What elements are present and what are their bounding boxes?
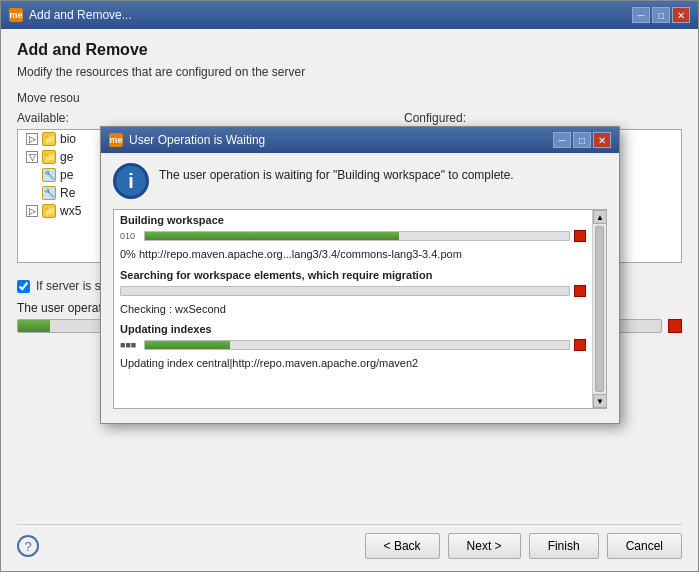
title-bar-buttons: ─ □ ✕: [632, 7, 690, 23]
dialog-scrollbar: ▲ ▼: [592, 210, 606, 408]
bottom-progress-fill: [18, 320, 50, 332]
stop-button-3[interactable]: [574, 339, 586, 351]
section-label-3: Updating indexes: [114, 319, 592, 337]
dialog-title-left: me User Operation is Waiting: [109, 133, 265, 147]
close-button[interactable]: ✕: [672, 7, 690, 23]
tree-expand-ge[interactable]: ▽: [26, 151, 38, 163]
window-content: Add and Remove Modify the resources that…: [1, 29, 698, 571]
progress-row-1: 010: [114, 228, 592, 244]
bottom-buttons: ? < Back Next > Finish Cancel: [17, 524, 682, 559]
progress-list-content: Building workspace 010 0% http://repo.ma…: [114, 210, 592, 408]
stop-button-1[interactable]: [574, 230, 586, 242]
available-label: Available:: [17, 111, 295, 125]
progress-text-1: 0% http://repo.maven.apache.org...lang3/…: [114, 244, 592, 265]
section-label-1: Building workspace: [114, 210, 592, 228]
action-buttons: < Back Next > Finish Cancel: [365, 533, 682, 559]
info-icon: i: [113, 163, 149, 199]
bottom-stop-button[interactable]: [668, 319, 682, 333]
progress-list: Building workspace 010 0% http://repo.ma…: [113, 209, 607, 409]
scroll-down-button[interactable]: ▼: [593, 394, 607, 408]
progress-row-2: [114, 283, 592, 299]
dialog-content: i The user operation is waiting for "Bui…: [101, 153, 619, 423]
publish-checkbox[interactable]: [17, 280, 30, 293]
maximize-button[interactable]: □: [652, 7, 670, 23]
dialog-header: i The user operation is waiting for "Bui…: [113, 163, 607, 199]
dialog-close-button[interactable]: ✕: [593, 132, 611, 148]
tree-icon-pe: 🔧: [42, 168, 56, 182]
back-button[interactable]: < Back: [365, 533, 440, 559]
tree-icon-ge: 📁: [42, 150, 56, 164]
progress-bar-1: [144, 231, 570, 241]
tree-icon-bio: 📁: [42, 132, 56, 146]
tree-expand-bio[interactable]: ▷: [26, 133, 38, 145]
section-label-2: Searching for workspace elements, which …: [114, 265, 592, 283]
dialog-title-bar: me User Operation is Waiting ─ □ ✕: [101, 127, 619, 153]
progress-text-2: Checking : wxSecond: [114, 299, 592, 320]
tree-expand-wx[interactable]: ▷: [26, 205, 38, 217]
main-window: me Add and Remove... ─ □ ✕ Add and Remov…: [0, 0, 699, 572]
dialog-message: The user operation is waiting for "Build…: [159, 163, 514, 184]
stop-button-2[interactable]: [574, 285, 586, 297]
scroll-thumb[interactable]: [595, 226, 604, 392]
page-subtitle: Modify the resources that are configured…: [17, 65, 682, 79]
title-bar-left: me Add and Remove...: [9, 8, 132, 22]
dialog-title: User Operation is Waiting: [129, 133, 265, 147]
progress-fill-3: [145, 341, 230, 349]
finish-button[interactable]: Finish: [529, 533, 599, 559]
configured-label: Configured:: [404, 111, 682, 125]
progress-bar-2: [120, 286, 570, 296]
main-title-bar: me Add and Remove... ─ □ ✕: [1, 1, 698, 29]
page-title: Add and Remove: [17, 41, 682, 59]
next-button[interactable]: Next >: [448, 533, 521, 559]
scroll-up-button[interactable]: ▲: [593, 210, 607, 224]
move-resources-label: Move resou: [17, 91, 80, 105]
tree-icon-wx: 📁: [42, 204, 56, 218]
dialog-min-button[interactable]: ─: [553, 132, 571, 148]
dialog-max-button[interactable]: □: [573, 132, 591, 148]
tree-icon-re: 🔧: [42, 186, 56, 200]
dialog-title-icon: me: [109, 133, 123, 147]
main-window-icon: me: [9, 8, 23, 22]
progress-text-3: Updating index central|http://repo.maven…: [114, 353, 592, 374]
progress-fill-1: [145, 232, 399, 240]
cancel-button[interactable]: Cancel: [607, 533, 682, 559]
progress-bar-3: [144, 340, 570, 350]
help-button[interactable]: ?: [17, 535, 39, 557]
minimize-button[interactable]: ─: [632, 7, 650, 23]
main-window-title: Add and Remove...: [29, 8, 132, 22]
progress-row-3: ■■■: [114, 337, 592, 353]
user-operation-dialog: me User Operation is Waiting ─ □ ✕ i The…: [100, 126, 620, 424]
dialog-title-buttons: ─ □ ✕: [553, 132, 611, 148]
main-container: Add and Remove Modify the resources that…: [17, 41, 682, 516]
